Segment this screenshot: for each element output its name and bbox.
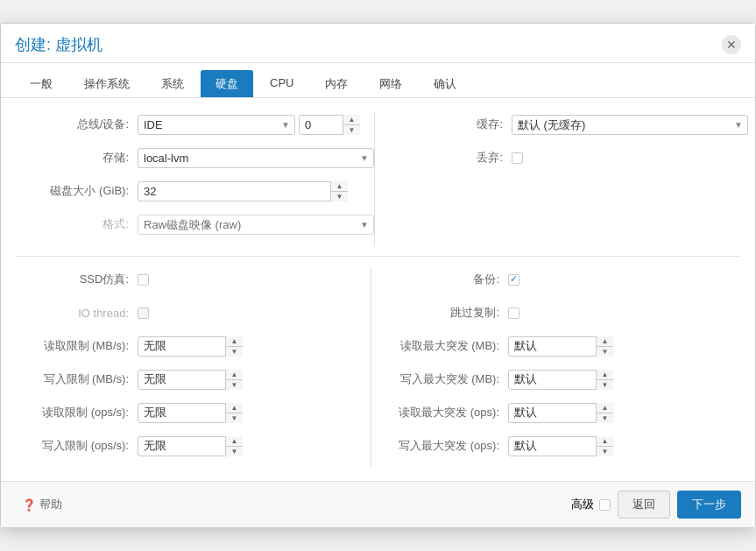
read-burst-ops-control: ▲ ▼ xyxy=(508,403,613,423)
next-label: 下一步 xyxy=(692,498,726,511)
bus-device-control: IDE SATA VirtIO SCSI ▼ ▲ ▼ xyxy=(138,115,360,135)
dialog-footer: ❓ 帮助 高级 返回 下一步 xyxy=(1,481,755,527)
tab-cpu[interactable]: CPU xyxy=(255,70,308,97)
right-column: 缓存: 默认 (无缓存) ▼ 丢弃: xyxy=(374,112,748,245)
read-burst-mb-arrows: ▲ ▼ xyxy=(596,336,613,357)
write-burst-ops-up[interactable]: ▲ xyxy=(597,436,613,447)
cache-select-wrap: 默认 (无缓存) ▼ xyxy=(512,115,748,135)
write-burst-mb-row: 写入最大突发 (MB): ▲ ▼ xyxy=(385,367,741,392)
tab-network[interactable]: 网络 xyxy=(364,70,417,97)
io-thread-checkbox xyxy=(138,307,149,319)
write-burst-mb-arrows: ▲ ▼ xyxy=(596,370,613,390)
bus-select-wrap: IDE SATA VirtIO SCSI ▼ xyxy=(138,115,295,135)
read-burst-ops-up[interactable]: ▲ xyxy=(597,403,613,413)
read-limit-ops-label: 读取限制 (ops/s): xyxy=(15,405,138,420)
format-select: Raw磁盘映像 (raw) xyxy=(138,215,374,235)
cache-control: 默认 (无缓存) ▼ xyxy=(512,115,748,135)
back-label: 返回 xyxy=(632,498,655,511)
write-limit-ops-up[interactable]: ▲ xyxy=(226,436,243,447)
read-limit-mbs-spinner: ▲ ▼ xyxy=(138,336,243,357)
device-spinner: ▲ ▼ xyxy=(299,115,360,135)
top-section: 总线/设备: IDE SATA VirtIO SCSI ▼ xyxy=(15,112,741,245)
write-limit-mbs-down[interactable]: ▼ xyxy=(226,380,243,390)
read-limit-mbs-up[interactable]: ▲ xyxy=(226,336,243,347)
read-burst-mb-down[interactable]: ▼ xyxy=(597,347,613,357)
ssd-checkbox[interactable] xyxy=(138,274,149,286)
read-limit-ops-row: 读取限制 (ops/s): ▲ ▼ xyxy=(15,400,371,425)
backup-checkbox[interactable] xyxy=(508,274,519,286)
back-button[interactable]: 返回 xyxy=(618,491,670,519)
disk-size-spinner-down[interactable]: ▼ xyxy=(331,192,348,201)
skip-replication-control xyxy=(508,307,519,319)
tab-confirm[interactable]: 确认 xyxy=(419,70,471,97)
bus-device-label: 总线/设备: xyxy=(15,117,138,132)
footer-left: ❓ 帮助 xyxy=(15,493,69,516)
disk-size-spinner-arrows: ▲ ▼ xyxy=(330,181,348,201)
write-limit-ops-label: 写入限制 (ops/s): xyxy=(15,438,138,454)
read-limit-mbs-label: 读取限制 (MB/s): xyxy=(15,338,138,354)
ssd-row: SSD仿真: xyxy=(15,267,371,292)
backup-row: 备份: xyxy=(385,267,741,292)
read-burst-ops-label: 读取最大突发 (ops): xyxy=(385,405,508,420)
backup-control xyxy=(508,274,519,286)
write-burst-ops-down[interactable]: ▼ xyxy=(597,447,613,456)
tab-memory[interactable]: 内存 xyxy=(310,70,363,97)
write-burst-ops-control: ▲ ▼ xyxy=(508,436,613,456)
skip-replication-row: 跳过复制: xyxy=(385,300,741,325)
tab-disk[interactable]: 硬盘 xyxy=(201,70,253,97)
read-limit-ops-arrows: ▲ ▼ xyxy=(225,403,243,423)
storage-control: local-lvm ▼ xyxy=(138,148,374,168)
read-limit-ops-down[interactable]: ▼ xyxy=(226,413,243,423)
disk-size-control: ▲ ▼ xyxy=(138,181,348,201)
discard-checkbox[interactable] xyxy=(512,152,523,164)
dialog-body: 总线/设备: IDE SATA VirtIO SCSI ▼ xyxy=(1,98,755,481)
write-limit-mbs-arrows: ▲ ▼ xyxy=(225,370,243,390)
bus-select[interactable]: IDE SATA VirtIO SCSI xyxy=(138,115,295,135)
read-limit-ops-up[interactable]: ▲ xyxy=(226,403,243,413)
storage-select-wrap: local-lvm ▼ xyxy=(138,148,374,168)
storage-row: 存储: local-lvm ▼ xyxy=(15,145,374,170)
read-burst-ops-arrows: ▲ ▼ xyxy=(596,403,613,423)
device-spinner-down[interactable]: ▼ xyxy=(343,125,360,135)
create-vm-dialog: 创建: 虚拟机 ✕ 一般 操作系统 系统 硬盘 CPU 内存 网络 确认 总线/… xyxy=(0,23,756,528)
tab-general[interactable]: 一般 xyxy=(15,70,67,97)
right-bottom-column: 备份: 跳过复制: 读取最大突发 (MB): xyxy=(371,267,741,467)
bottom-section: SSD仿真: IO thread: 读取限制 (MB/s): xyxy=(15,267,741,467)
cache-label: 缓存: xyxy=(389,117,512,132)
tab-os[interactable]: 操作系统 xyxy=(69,70,145,97)
format-label: 格式: xyxy=(15,216,138,232)
storage-select[interactable]: local-lvm xyxy=(138,148,374,168)
device-spinner-up[interactable]: ▲ xyxy=(343,115,360,125)
write-burst-ops-arrows: ▲ ▼ xyxy=(596,436,613,456)
write-burst-mb-spinner: ▲ ▼ xyxy=(508,370,613,390)
tab-system[interactable]: 系统 xyxy=(146,70,199,97)
close-button[interactable]: ✕ xyxy=(722,35,741,54)
skip-replication-label: 跳过复制: xyxy=(385,305,508,321)
disk-size-spinner-up[interactable]: ▲ xyxy=(331,181,348,192)
skip-replication-checkbox[interactable] xyxy=(508,307,519,319)
format-control: Raw磁盘映像 (raw) ▼ xyxy=(138,215,374,235)
io-thread-row: IO thread: xyxy=(15,300,371,325)
read-burst-ops-spinner: ▲ ▼ xyxy=(508,403,613,423)
write-burst-mb-up[interactable]: ▲ xyxy=(597,370,613,380)
write-burst-ops-row: 写入最大突发 (ops): ▲ ▼ xyxy=(385,434,741,458)
footer-right: 高级 返回 下一步 xyxy=(571,491,741,519)
next-button[interactable]: 下一步 xyxy=(677,491,741,519)
disk-size-input[interactable] xyxy=(138,181,348,201)
help-button[interactable]: ❓ 帮助 xyxy=(15,493,69,516)
read-limit-mbs-down[interactable]: ▼ xyxy=(226,347,243,357)
read-limit-mbs-control: ▲ ▼ xyxy=(138,336,243,357)
read-burst-ops-down[interactable]: ▼ xyxy=(597,413,613,423)
read-limit-ops-spinner: ▲ ▼ xyxy=(138,403,243,423)
write-burst-mb-down[interactable]: ▼ xyxy=(597,380,613,390)
cache-select[interactable]: 默认 (无缓存) xyxy=(512,115,748,135)
write-limit-ops-down[interactable]: ▼ xyxy=(226,447,243,456)
advanced-checkbox[interactable] xyxy=(599,499,611,511)
read-burst-mb-control: ▲ ▼ xyxy=(508,336,613,357)
write-limit-mbs-row: 写入限制 (MB/s): ▲ ▼ xyxy=(15,367,371,392)
write-limit-ops-arrows: ▲ ▼ xyxy=(225,436,243,456)
write-burst-ops-spinner: ▲ ▼ xyxy=(508,436,613,456)
read-burst-mb-spinner: ▲ ▼ xyxy=(508,336,613,357)
write-limit-mbs-up[interactable]: ▲ xyxy=(226,370,243,380)
read-burst-mb-up[interactable]: ▲ xyxy=(597,336,613,347)
